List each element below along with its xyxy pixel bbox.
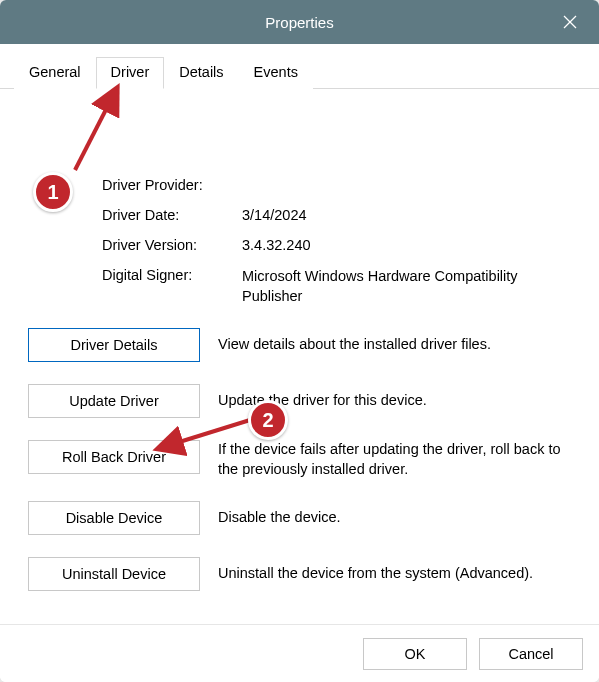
window-title: Properties (265, 14, 333, 31)
driver-actions: Driver Details View details about the in… (28, 328, 575, 591)
tab-strip: General Driver Details Events (0, 44, 599, 89)
driver-details-desc: View details about the installed driver … (218, 335, 575, 355)
tab-events[interactable]: Events (239, 57, 313, 89)
tab-driver[interactable]: Driver (96, 57, 165, 89)
digital-signer-value: Microsoft Windows Hardware Compatibility… (242, 267, 575, 306)
tab-details[interactable]: Details (164, 57, 238, 89)
digital-signer-label: Digital Signer: (102, 267, 242, 306)
disable-device-button[interactable]: Disable Device (28, 501, 200, 535)
annotation-marker-1: 1 (33, 172, 73, 212)
dialog-footer: OK Cancel (0, 624, 599, 682)
annotation-marker-2: 2 (248, 400, 288, 440)
driver-version-label: Driver Version: (102, 237, 242, 253)
cancel-button[interactable]: Cancel (479, 638, 583, 670)
roll-back-driver-desc: If the device fails after updating the d… (218, 440, 575, 479)
driver-date-value: 3/14/2024 (242, 207, 575, 223)
driver-details-button[interactable]: Driver Details (28, 328, 200, 362)
update-driver-button[interactable]: Update Driver (28, 384, 200, 418)
driver-provider-value (242, 177, 575, 193)
properties-window: Properties General Driver Details Events… (0, 0, 599, 682)
uninstall-device-desc: Uninstall the device from the system (Ad… (218, 564, 575, 584)
ok-button[interactable]: OK (363, 638, 467, 670)
tab-general[interactable]: General (14, 57, 96, 89)
close-button[interactable] (541, 0, 599, 44)
uninstall-device-button[interactable]: Uninstall Device (28, 557, 200, 591)
driver-provider-label: Driver Provider: (102, 177, 242, 193)
roll-back-driver-button[interactable]: Roll Back Driver (28, 440, 200, 474)
disable-device-desc: Disable the device. (218, 508, 575, 528)
driver-version-value: 3.4.32.240 (242, 237, 575, 253)
driver-date-label: Driver Date: (102, 207, 242, 223)
close-icon (563, 15, 577, 29)
tab-content: Driver Provider: Driver Date: 3/14/2024 … (0, 89, 599, 624)
titlebar: Properties (0, 0, 599, 44)
driver-info: Driver Provider: Driver Date: 3/14/2024 … (102, 177, 575, 306)
